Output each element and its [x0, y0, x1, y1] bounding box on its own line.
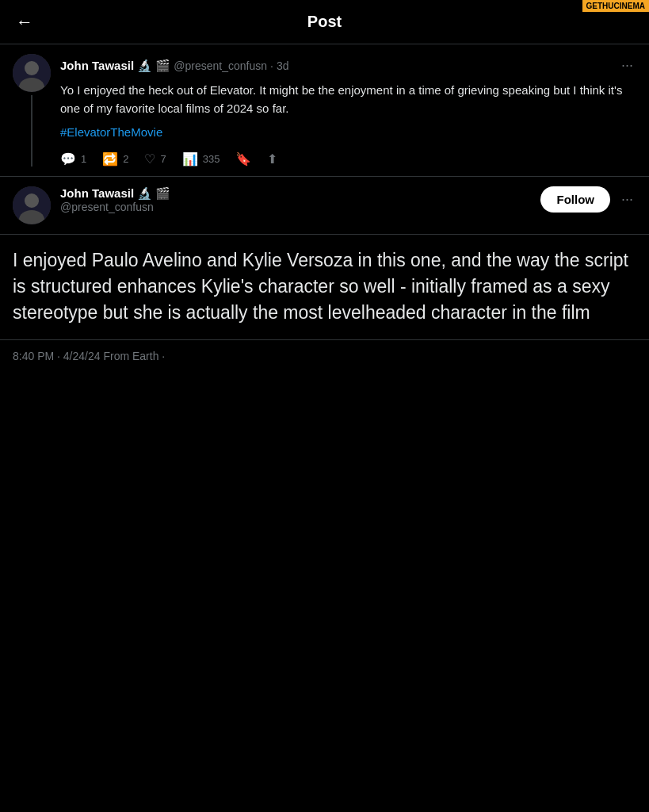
- reply-icon: 💬: [60, 151, 76, 167]
- reply-count: 1: [81, 153, 86, 165]
- timeline-line: [31, 95, 32, 167]
- tweet-time-value: 8:40 PM: [13, 350, 54, 362]
- views-action[interactable]: 📊 335: [182, 151, 220, 167]
- reply-avatar[interactable]: [13, 186, 51, 224]
- tweet-username[interactable]: John Tawasil: [60, 59, 134, 72]
- retweet-icon: 🔁: [102, 151, 118, 167]
- like-icon: ♡: [144, 151, 155, 167]
- views-count: 335: [203, 153, 220, 165]
- reply-action[interactable]: 💬 1: [60, 151, 86, 167]
- share-icon: ⬆: [267, 151, 277, 167]
- reply-meta: John Tawasil 🔬 🎬 @present_confusn Follow…: [60, 186, 636, 213]
- tweet-handle[interactable]: @present_confusn: [174, 59, 267, 72]
- more-options-button[interactable]: ···: [618, 54, 636, 77]
- main-tweet-text: I enjoyed Paulo Avelino and Kylie Versoz…: [0, 247, 649, 327]
- tweet-timestamp: 8:40 PM · 4/24/24 From Earth ·: [0, 339, 649, 372]
- follow-button[interactable]: Follow: [540, 186, 610, 213]
- page-header: GETHUCINEMA ← Post: [0, 0, 649, 44]
- svg-point-4: [25, 193, 39, 208]
- tweet-date-value: 4/24/24: [63, 350, 101, 362]
- reply-meta-left: John Tawasil 🔬 🎬 @present_confusn: [60, 186, 170, 213]
- bookmark-action[interactable]: 🔖: [235, 151, 251, 167]
- like-action[interactable]: ♡ 7: [144, 151, 166, 167]
- tweet-content: John Tawasil 🔬 🎬 @present_confusn · 3d ·…: [60, 54, 636, 167]
- reply-more-button[interactable]: ···: [618, 188, 636, 211]
- views-icon: 📊: [182, 151, 198, 167]
- reply-emojis: 🔬 🎬: [137, 186, 170, 201]
- tweet-separator: ·: [270, 59, 273, 72]
- back-button[interactable]: ←: [16, 12, 33, 33]
- page-title: Post: [307, 13, 342, 31]
- like-count: 7: [160, 153, 166, 165]
- reply-handle[interactable]: @present_confusn: [60, 201, 170, 213]
- tweet-location: From Earth: [103, 350, 158, 362]
- svg-point-1: [25, 61, 39, 75]
- retweet-count: 2: [123, 153, 128, 165]
- share-action[interactable]: ⬆: [267, 151, 277, 167]
- tweet-emojis: 🔬 🎬: [137, 59, 170, 73]
- tweet-hashtag[interactable]: #ElevatorTheMovie: [60, 125, 162, 139]
- tweet-time: 3d: [277, 59, 289, 72]
- watermark: GETHUCINEMA: [582, 0, 649, 12]
- reply-tweet: John Tawasil 🔬 🎬 @present_confusn Follow…: [0, 177, 649, 235]
- reply-header: John Tawasil 🔬 🎬 @present_confusn Follow…: [13, 186, 636, 224]
- timeline-left: [13, 54, 51, 167]
- bookmark-icon: 🔖: [235, 151, 251, 167]
- timestamp-dot1: ·: [57, 350, 63, 362]
- reply-meta-right: Follow ···: [540, 186, 636, 213]
- tweet-actions: 💬 1 🔁 2 ♡ 7 📊 335 🔖: [60, 151, 636, 167]
- reply-username[interactable]: John Tawasil: [60, 186, 134, 200]
- tweet-meta: John Tawasil 🔬 🎬 @present_confusn · 3d ·…: [60, 54, 636, 77]
- retweet-action[interactable]: 🔁 2: [102, 151, 128, 167]
- timestamp-dot3: ·: [162, 350, 165, 362]
- avatar[interactable]: [13, 54, 51, 92]
- tweet-text: Yo I enjoyed the heck out of Elevator. I…: [60, 82, 636, 117]
- first-tweet: John Tawasil 🔬 🎬 @present_confusn · 3d ·…: [0, 44, 649, 177]
